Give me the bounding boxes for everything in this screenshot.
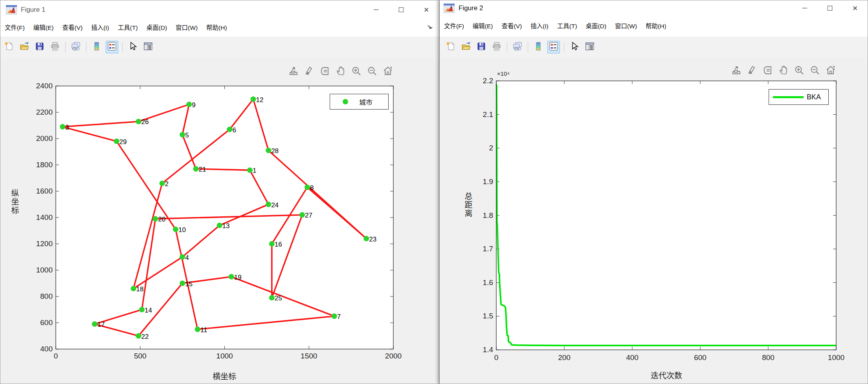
restore-view-button[interactable]	[825, 66, 836, 77]
legend-marker-icon	[343, 99, 348, 104]
y-tick-label: 600	[40, 318, 53, 327]
city-marker[interactable]	[136, 119, 141, 124]
city-label: 3	[65, 124, 69, 131]
y-axis-label: 总距离	[462, 192, 474, 218]
brush-button[interactable]	[304, 66, 315, 77]
y-tick-label: 1000	[36, 266, 53, 274]
restore-view-icon	[826, 65, 836, 77]
restore-view-button[interactable]	[382, 66, 393, 77]
zoom-in-button[interactable]	[351, 66, 362, 77]
city-marker[interactable]	[131, 286, 136, 291]
city-label: 9	[192, 101, 195, 109]
y-axis-label: 纵坐标	[9, 189, 20, 215]
city-marker[interactable]	[269, 241, 275, 247]
city-label: 24	[271, 201, 279, 209]
city-marker[interactable]	[160, 181, 165, 186]
city-label: 5	[185, 132, 189, 139]
city-label: 6	[232, 126, 236, 134]
city-label: 17	[97, 321, 105, 328]
city-label: 21	[198, 166, 206, 173]
pan-button[interactable]	[778, 66, 789, 77]
city-label: 11	[200, 326, 207, 334]
city-marker[interactable]	[152, 216, 158, 221]
y-tick-label: 1.6	[483, 278, 493, 287]
x-tick-label: 800	[762, 353, 774, 362]
x-tick-label: 600	[694, 353, 707, 362]
x-axis-label: 迭代次数	[651, 369, 682, 381]
datatips-button[interactable]	[319, 66, 330, 77]
city-label: 7	[337, 313, 341, 320]
plot-area[interactable]	[496, 81, 836, 350]
city-marker[interactable]	[186, 102, 192, 107]
pan-icon	[778, 65, 789, 77]
zoom-out-icon	[810, 65, 820, 77]
y-tick-label: 1800	[36, 161, 53, 169]
city-marker[interactable]	[193, 166, 198, 172]
city-marker[interactable]	[114, 139, 119, 144]
city-marker[interactable]	[229, 274, 234, 280]
city-marker[interactable]	[266, 148, 271, 153]
y-tick-label: 1400	[36, 213, 53, 221]
city-label: 22	[141, 333, 149, 340]
export-button[interactable]	[731, 66, 742, 77]
city-marker[interactable]	[251, 97, 256, 102]
zoom-out-button[interactable]	[809, 66, 820, 77]
zoom-out-button[interactable]	[367, 66, 378, 77]
city-marker[interactable]	[332, 313, 337, 319]
city-marker[interactable]	[60, 124, 65, 130]
y-tick-label: 2000	[36, 134, 53, 143]
datatips-icon	[320, 66, 330, 78]
city-marker[interactable]	[305, 185, 310, 190]
city-marker[interactable]	[227, 127, 232, 132]
datatips-icon	[763, 65, 773, 77]
city-marker[interactable]	[92, 321, 97, 327]
export-button[interactable]	[288, 66, 299, 77]
legend-line-icon	[773, 96, 804, 98]
convergence-plot[interactable]: 020040060080010002.22.121.91.81.71.61.51…	[440, 0, 868, 384]
y-tick-label: 1.7	[483, 245, 493, 253]
city-marker[interactable]	[269, 295, 275, 300]
zoom-in-icon	[351, 66, 362, 78]
city-label: 10	[178, 226, 186, 234]
city-marker[interactable]	[363, 236, 369, 241]
city-marker[interactable]	[299, 212, 305, 218]
x-tick-label: 2000	[385, 352, 402, 360]
zoom-in-button[interactable]	[794, 66, 805, 77]
x-tick-label: 400	[626, 353, 639, 362]
city-label: 25	[275, 294, 282, 302]
city-marker[interactable]	[217, 223, 222, 228]
city-label: 29	[119, 138, 127, 146]
x-tick-label: 1500	[301, 352, 317, 360]
city-marker[interactable]	[266, 202, 271, 207]
city-marker[interactable]	[173, 227, 178, 232]
restore-view-icon	[383, 66, 393, 78]
x-tick-label: 1000	[216, 352, 233, 360]
city-marker[interactable]	[247, 167, 253, 173]
city-marker[interactable]	[180, 132, 185, 137]
x-tick-label: 500	[134, 352, 147, 360]
city-label: 28	[271, 147, 279, 155]
y-tick-label: 1.9	[483, 177, 493, 186]
legend-label: BKA	[807, 93, 821, 101]
city-marker[interactable]	[195, 327, 200, 332]
y-tick-label: 1200	[36, 240, 53, 248]
city-label: 13	[222, 222, 230, 230]
city-marker[interactable]	[136, 333, 141, 339]
y-tick-label: 2	[489, 144, 493, 152]
y-tick-label: 800	[40, 292, 53, 300]
tsp-plot[interactable]: 0500100015002000400600800100012001400160…	[0, 0, 440, 384]
legend[interactable]: 城市	[330, 94, 389, 110]
zoom-in-icon	[794, 65, 804, 77]
x-axis-label: 横坐标	[213, 370, 236, 382]
desktop: { "background_strip": {"color": "#ffaa33…	[0, 0, 868, 384]
datatips-button[interactable]	[762, 66, 773, 77]
city-marker[interactable]	[139, 307, 145, 313]
city-label: 1	[253, 167, 256, 174]
city-label: 27	[305, 212, 312, 219]
brush-button[interactable]	[747, 66, 758, 77]
city-marker[interactable]	[180, 254, 185, 260]
y-axis-exponent: ×10⁴	[497, 70, 510, 77]
legend[interactable]: BKA	[769, 89, 829, 105]
pan-button[interactable]	[335, 66, 346, 77]
city-marker[interactable]	[180, 281, 185, 286]
